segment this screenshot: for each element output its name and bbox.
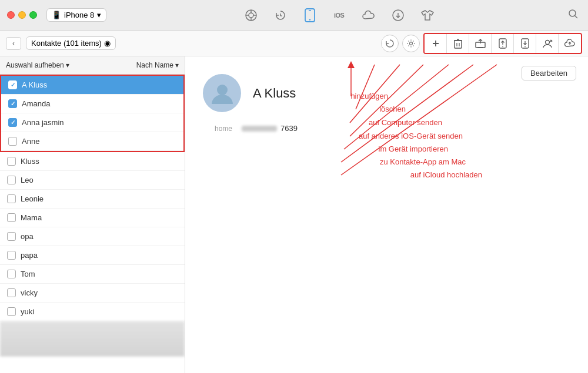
- search-button[interactable]: [566, 6, 581, 24]
- phone-suffix: 7639: [280, 124, 298, 133]
- ios-icon-btn[interactable]: iOS: [330, 6, 349, 25]
- svg-point-9: [309, 19, 310, 20]
- music-icon-btn[interactable]: [242, 6, 260, 25]
- main-toolbar: iOS: [117, 6, 561, 25]
- export-pc-button[interactable]: [469, 34, 492, 53]
- annotation-im-geraet: im Gerät importieren: [379, 145, 448, 153]
- contact-item[interactable]: Tom: [0, 265, 185, 284]
- contact-checkbox[interactable]: [8, 137, 17, 146]
- svg-point-14: [410, 42, 413, 45]
- contact-checkbox[interactable]: [7, 307, 16, 316]
- sort-label: Nach Name: [136, 61, 173, 69]
- deselect-label: Auswahl aufheben: [6, 61, 64, 69]
- contact-checkbox[interactable]: [7, 157, 16, 166]
- refresh-button[interactable]: [381, 35, 399, 52]
- contact-item[interactable]: Leo: [0, 171, 185, 190]
- avatar: [203, 74, 241, 112]
- list-header: Auswahl aufheben ▾ Nach Name ▾: [0, 56, 185, 75]
- delete-contact-button[interactable]: [447, 34, 469, 53]
- contact-checkbox[interactable]: [7, 288, 16, 297]
- svg-point-31: [217, 85, 228, 95]
- phone-blur: [242, 126, 277, 132]
- minimize-button[interactable]: [18, 11, 26, 19]
- contact-item[interactable]: yuki: [0, 303, 185, 321]
- contact-name: yuki: [21, 307, 34, 316]
- contact-items: A Kluss Amanda Anna jasmin Anne: [0, 75, 185, 373]
- device-icon: 📱: [52, 11, 61, 19]
- contact-name: Leonie: [21, 194, 44, 203]
- export-ios-button[interactable]: [492, 34, 514, 53]
- close-button[interactable]: [7, 11, 15, 19]
- contact-item[interactable]: papa: [0, 246, 185, 265]
- svg-point-1: [249, 13, 253, 18]
- contact-checkbox[interactable]: [7, 176, 16, 184]
- import-button[interactable]: [514, 34, 536, 53]
- contact-checkbox[interactable]: [8, 99, 17, 108]
- contact-checkbox[interactable]: [7, 194, 16, 203]
- annotation-auf-ios: auf anderes iOS-Gerät senden: [359, 132, 463, 140]
- svg-point-12: [569, 10, 576, 16]
- contact-item[interactable]: Anna jasmin: [1, 113, 183, 132]
- contact-name: Anna jasmin: [22, 118, 64, 127]
- phone-label: home: [203, 125, 232, 133]
- device-selector[interactable]: 📱 iPhone 8 ▾: [46, 8, 106, 22]
- phone-value: 7639: [242, 124, 298, 133]
- contact-item[interactable]: Amanda: [1, 95, 183, 113]
- contact-name: Kluss: [21, 157, 39, 166]
- action-toolbar-area: [381, 33, 582, 54]
- contact-name: vicky: [21, 288, 38, 297]
- contact-name: papa: [21, 251, 38, 260]
- contact-name: Mama: [21, 213, 42, 222]
- section-selector[interactable]: Kontakte (101 items) ◉: [26, 36, 116, 50]
- annotation-zu-kontakte: zu Kontakte-App am Mac: [380, 157, 466, 166]
- annotation-auf-icloud: auf iCloud hochladen: [410, 170, 482, 179]
- sort-button[interactable]: Nach Name ▾: [136, 61, 179, 69]
- dropdown-arrow: ▾: [97, 11, 101, 19]
- contact-item[interactable]: vicky: [0, 284, 185, 303]
- contacts-mac-button[interactable]: [536, 34, 559, 53]
- contact-item[interactable]: Kluss: [0, 152, 185, 171]
- title-bar: 📱 iPhone 8 ▾: [0, 0, 588, 31]
- main-content: Auswahl aufheben ▾ Nach Name ▾ A Kluss A…: [0, 56, 588, 373]
- contact-checkbox[interactable]: [8, 118, 17, 127]
- contact-detail-name: A Kluss: [253, 86, 296, 101]
- icloud-button[interactable]: [559, 34, 581, 53]
- svg-point-27: [524, 46, 526, 47]
- contact-header: A Kluss: [203, 74, 570, 112]
- contact-checkbox[interactable]: [8, 80, 17, 89]
- tshirt-icon-btn[interactable]: [418, 6, 437, 25]
- edit-button[interactable]: Bearbeiten: [522, 66, 576, 80]
- deselect-arrow: ▾: [66, 61, 69, 69]
- cloud-icon-btn[interactable]: [359, 6, 378, 25]
- contact-checkbox[interactable]: [7, 251, 16, 260]
- settings-button[interactable]: [402, 35, 420, 52]
- device-icon-btn[interactable]: [300, 6, 319, 25]
- traffic-lights: [7, 11, 37, 19]
- avatar-icon: [211, 82, 233, 105]
- svg-point-28: [545, 40, 549, 44]
- maximize-button[interactable]: [29, 11, 37, 19]
- sub-toolbar: ‹ Kontakte (101 items) ◉: [0, 31, 588, 56]
- history-icon-btn[interactable]: [271, 6, 290, 25]
- contact-name: Tom: [21, 270, 35, 278]
- contact-name: opa: [21, 232, 34, 241]
- back-button[interactable]: ‹: [6, 37, 21, 50]
- contact-item[interactable]: Mama: [0, 209, 185, 227]
- download-icon-btn[interactable]: [389, 6, 407, 25]
- contact-item[interactable]: A Kluss: [1, 76, 183, 95]
- device-name: iPhone 8: [64, 11, 94, 19]
- contact-item[interactable]: opa: [0, 227, 185, 246]
- sort-arrow: ▾: [175, 61, 179, 69]
- contact-list-panel: Auswahl aufheben ▾ Nach Name ▾ A Kluss A…: [0, 56, 185, 373]
- contact-checkbox[interactable]: [7, 232, 16, 241]
- add-contact-button[interactable]: [425, 34, 447, 53]
- contact-item[interactable]: Anne: [1, 132, 183, 151]
- deselect-button[interactable]: Auswahl aufheben ▾: [6, 61, 69, 69]
- contact-item[interactable]: Leonie: [0, 190, 185, 209]
- contact-checkbox[interactable]: [7, 213, 16, 222]
- svg-line-13: [575, 15, 578, 18]
- contact-phone-row: home 7639: [203, 124, 570, 133]
- selection-box: A Kluss Amanda Anna jasmin Anne: [0, 75, 185, 152]
- contact-name: Anne: [22, 137, 39, 146]
- contact-checkbox[interactable]: [7, 270, 16, 278]
